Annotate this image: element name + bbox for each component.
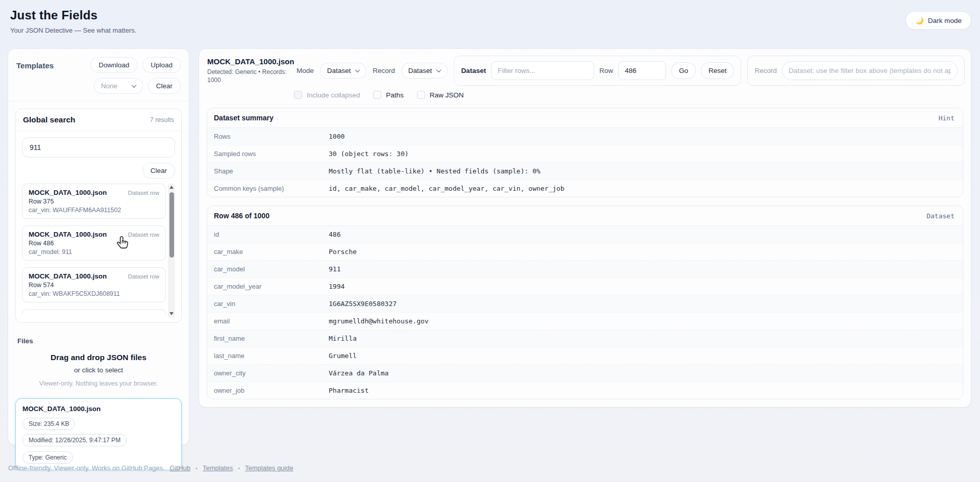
checkbox-icon [373,91,381,99]
dataset-summary-title: Dataset summary [214,114,274,122]
footer-separator: • [238,465,240,471]
record-field-rows: id 486 car_make Porsche car_model 911 ca… [207,226,963,399]
summary-key: Sampled rows [214,150,329,158]
results-scrollbar[interactable] [168,184,175,317]
field-value: mgrumelldh@whitehouse.gov [329,317,429,325]
result-file-name: MOCK_DATA_1000.json [29,189,107,196]
search-clear-button[interactable]: Clear [142,163,175,179]
result-file-name: MOCK_DATA_1000.json [29,272,107,280]
app-header: Just the Fields Your JSON Detective — Se… [10,8,136,34]
templates-clear-button[interactable]: Clear [148,78,181,94]
active-file-meta: Detected: Generic • Records: 1000 [207,68,290,84]
scrollbar-down-arrow-icon[interactable] [168,310,175,317]
record-select-value: Dataset [408,67,432,74]
search-results-count: 7 results [150,116,174,123]
dark-mode-button[interactable]: 🌙 Dark mode [905,11,971,30]
templates-select[interactable]: None [94,78,143,94]
field-key: car_model_year [214,283,329,290]
checkbox-icon [417,91,425,99]
hint-link[interactable]: Hint [939,114,954,122]
result-kind: Dataset row [128,190,159,196]
field-value: 486 [329,231,340,238]
search-result-item-clipped[interactable] [22,309,166,315]
summary-key: Rows [214,133,329,140]
loaded-file-name: MOCK_DATA_1000.json [22,405,175,413]
result-match: car_vin: WAUFFAFM6AA911502 [29,207,159,214]
mode-select[interactable]: Dataset [320,63,367,79]
chevron-down-icon [436,67,442,72]
dropzone-note: Viewer-only. Nothing leaves your browser… [17,380,180,387]
toolbar: MOCK_DATA_1000.json Detected: Generic • … [199,49,971,105]
field-key: first_name [214,335,329,342]
loaded-file-card[interactable]: MOCK_DATA_1000.json Size: 235.4 KB Modif… [15,398,182,470]
field-row: id 486 [207,226,963,243]
filter-rows-input[interactable] [491,61,594,80]
scrollbar-thumb[interactable] [169,192,174,258]
summary-value: Mostly flat (table-like) • Nested fields… [329,167,541,175]
footer-text: Offline-friendly. Viewer-only. Works on … [8,464,165,472]
field-key: car_vin [214,300,329,308]
field-key: car_model [214,265,329,273]
summary-key: Common keys (sample) [214,185,329,192]
result-row-ref: Row 486 [29,240,159,247]
footer: Offline-friendly. Viewer-only. Works on … [8,464,293,472]
field-row: email mgrumelldh@whitehouse.gov [207,312,963,329]
record-select[interactable]: Dataset [401,63,448,79]
reset-button[interactable]: Reset [701,62,734,79]
page-title: Just the Fields [10,8,136,22]
paths-label: Paths [386,91,404,99]
row-number-input[interactable] [618,61,666,80]
summary-value: 30 (object rows: 30) [329,150,409,158]
field-row: car_model_year 1994 [207,277,963,295]
record-view-title: Row 486 of 1000 [214,212,270,220]
field-value: 911 [329,265,340,273]
raw-json-label: Raw JSON [430,91,464,99]
raw-json-checkbox[interactable]: Raw JSON [417,91,464,99]
field-value: 1994 [329,283,345,290]
field-key: car_make [214,248,329,256]
global-search-input[interactable] [22,137,175,158]
record-filter-input [782,61,958,80]
field-value: Pharmacist [329,387,369,394]
include-collapsed-checkbox[interactable]: Include collapsed [294,91,360,99]
scrollbar-up-arrow-icon[interactable] [168,184,175,191]
dataset-controls-group: Dataset Row Go Reset [454,56,741,86]
record-controls-group: Record [747,56,965,86]
dark-mode-label: Dark mode [928,17,962,24]
field-value: Grumell [329,352,357,360]
field-key: id [214,231,329,238]
search-result-item[interactable]: MOCK_DATA_1000.json Dataset row Row 574 … [22,267,166,302]
dropzone-title: Drag and drop JSON files [17,353,180,362]
dataset-group-label: Dataset [461,67,486,74]
field-row: car_vin 1G6AZ5SX9E0580327 [207,295,963,312]
files-label: Files [17,337,180,345]
footer-link-templates-guide[interactable]: Templates guide [245,464,293,472]
dataset-summary-rows: Rows 1000 Sampled rows 30 (object rows: … [207,128,963,197]
moon-icon: 🌙 [915,16,924,24]
active-file-title: MOCK_DATA_1000.json [207,57,290,66]
field-row: owner_job Pharmacist [207,382,963,399]
field-row: car_model 911 [207,260,963,277]
result-match: car_vin: WBAKF5C5XDJ608911 [29,290,159,297]
result-file-name: MOCK_DATA_1000.json [29,231,107,238]
footer-link-github[interactable]: GitHub [170,464,190,472]
sidebar: Templates Download Upload None Clear Glo… [8,48,189,445]
file-dropzone[interactable]: Drag and drop JSON files or click to sel… [17,345,180,390]
paths-checkbox[interactable]: Paths [373,91,404,99]
footer-separator: • [195,465,198,471]
search-result-item[interactable]: MOCK_DATA_1000.json Dataset row Row 375 … [22,184,166,219]
templates-download-button[interactable]: Download [90,57,137,73]
field-key: last_name [214,352,329,360]
summary-value: 1000 [329,133,345,140]
result-kind: Dataset row [128,232,159,238]
result-match: car_model: 911 [29,248,159,256]
footer-link-templates[interactable]: Templates [203,464,233,472]
record-label: Record [373,67,395,74]
search-results-list: MOCK_DATA_1000.json Dataset row Row 375 … [22,184,175,317]
templates-upload-button[interactable]: Upload [142,57,181,73]
result-row-ref: Row 375 [29,198,159,205]
file-type-badge: Type: Generic [22,451,73,464]
go-button[interactable]: Go [671,62,696,79]
result-kind: Dataset row [128,273,159,280]
search-result-item[interactable]: MOCK_DATA_1000.json Dataset row Row 486 … [22,225,166,261]
